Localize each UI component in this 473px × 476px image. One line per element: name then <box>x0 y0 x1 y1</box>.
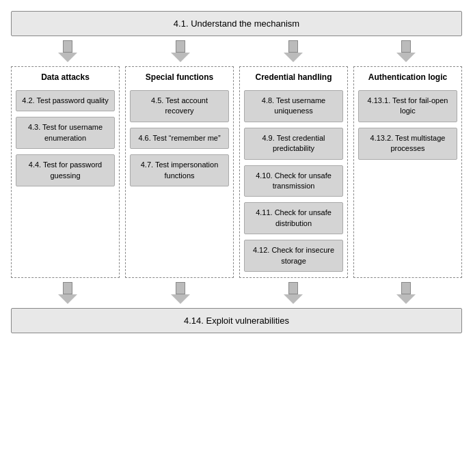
top-box: 4.1. Understand the mechanism <box>11 11 462 36</box>
arrow-down-b1 <box>54 282 81 304</box>
item-box-2-2: 4.10. Check for unsafe transmission <box>244 165 343 197</box>
arrow-down-4 <box>392 40 420 62</box>
item-box-0-0: 4.2. Test password quality <box>16 90 115 111</box>
top-arrow-row <box>11 36 462 66</box>
col-header-0: Data attacks <box>16 72 115 82</box>
item-box-3-1: 4.13.2. Test multistage processes <box>358 128 457 160</box>
arrow-down-b4 <box>392 282 420 304</box>
item-box-2-1: 4.9. Test credential predictability <box>244 128 343 160</box>
item-box-2-0: 4.8. Test username uniqueness <box>244 90 343 122</box>
bottom-arrow-row <box>11 278 462 308</box>
column-0: Data attacks4.2. Test password quality4.… <box>11 66 120 278</box>
arrow-down-b2 <box>167 282 194 304</box>
column-2: Credential handling4.8. Test username un… <box>239 66 348 278</box>
col-header-1: Special functions <box>130 72 229 82</box>
item-box-1-2: 4.7. Test impersonation functions <box>130 154 229 186</box>
arrow-down-3 <box>280 40 307 62</box>
item-box-2-3: 4.11. Check for unsafe distribution <box>244 202 343 234</box>
item-box-3-0: 4.13.1. Test for fail-open logic <box>358 90 457 122</box>
item-box-1-0: 4.5. Test account recovery <box>130 90 229 122</box>
item-box-1-1: 4.6. Test “remember me” <box>130 128 229 149</box>
col-header-3: Authentication logic <box>358 72 457 82</box>
arrow-down-b3 <box>280 282 307 304</box>
diagram: 4.1. Understand the mechanism Data attac… <box>11 11 462 333</box>
bottom-box: 4.14. Exploit vulnerabilities <box>11 308 462 333</box>
item-box-2-4: 4.12. Check for insecure storage <box>244 240 343 272</box>
arrow-down-1 <box>54 40 81 62</box>
columns-container: Data attacks4.2. Test password quality4.… <box>11 66 462 278</box>
column-3: Authentication logic4.13.1. Test for fai… <box>353 66 462 278</box>
arrow-down-2 <box>167 40 194 62</box>
column-1: Special functions4.5. Test account recov… <box>125 66 234 278</box>
item-box-0-2: 4.4. Test for password guessing <box>16 154 115 186</box>
col-header-2: Credential handling <box>244 72 343 82</box>
item-box-0-1: 4.3. Test for username enumeration <box>16 117 115 149</box>
